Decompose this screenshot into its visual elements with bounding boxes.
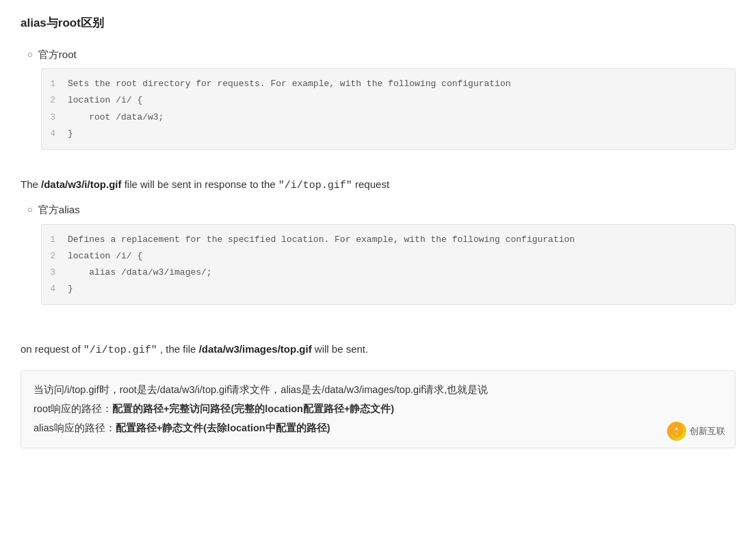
bullet-dot-alias: ○ — [27, 202, 33, 217]
alias-code-block: 1 Defines a replacement for the specifie… — [41, 224, 735, 305]
code-line-root-1: 1 Sets the root directory for requests. … — [42, 76, 735, 92]
brand-label: 创新互联 — [690, 423, 725, 439]
prose-alias-quoted1: "/i/top.gif" — [83, 345, 157, 356]
line-content-r4: } — [68, 126, 73, 141]
line-num-r2: 2 — [42, 93, 68, 108]
line-content-a3: alias /data/w3/images/; — [68, 265, 212, 280]
line-num-r4: 4 — [42, 126, 68, 141]
note-line-2-bold: 配置的路径+完整访问路径(完整的location配置路径+静态文件) — [112, 403, 394, 414]
prose-alias-bold1: /data/w3/images/top.gif — [199, 343, 312, 355]
note-line-3-bold: 配置路径+静态文件(去除location中配置的路径) — [116, 422, 330, 433]
line-content-r1: Sets the root directory for requests. Fo… — [68, 77, 511, 92]
note-line-1: 当访问/i/top.gif时，root是去/data/w3/i/top.gif请… — [34, 381, 722, 399]
root-bullet: ○ 官方root — [27, 46, 735, 64]
brand-icon — [667, 422, 686, 441]
page-title: alias与root区别 — [21, 14, 735, 33]
root-section: ○ 官方root 1 Sets the root directory for r… — [21, 46, 735, 150]
code-line-alias-3: 3 alias /data/w3/images/; — [42, 265, 735, 281]
note-line-2-prefix: root响应的路径： — [34, 403, 112, 414]
line-num-a2: 2 — [42, 249, 68, 264]
code-line-alias-2: 2 location /i/ { — [42, 248, 735, 265]
line-content-a4: } — [68, 282, 73, 297]
bullet-dot-root: ○ — [27, 47, 33, 62]
prose-root-bold1: /data/w3/i/top.gif — [41, 178, 122, 190]
svg-point-0 — [670, 425, 683, 437]
note-box: 当访问/i/top.gif时，root是去/data/w3/i/top.gif请… — [21, 370, 735, 448]
prose-alias-suffix: will be sent. — [312, 343, 369, 355]
note-line-3-prefix: alias响应的路径： — [34, 422, 116, 433]
root-code-block: 1 Sets the root directory for requests. … — [41, 68, 735, 149]
line-num-a4: 4 — [42, 282, 68, 297]
prose-root-quoted1: "/i/top.gif" — [278, 180, 352, 191]
line-num-r1: 1 — [42, 77, 68, 92]
line-content-a1: Defines a replacement for the specified … — [68, 232, 575, 247]
prose-alias-prefix: on request of — [21, 343, 83, 355]
line-content-a2: location /i/ { — [68, 249, 142, 264]
code-line-alias-4: 4 } — [42, 281, 735, 297]
prose-root: The /data/w3/i/top.gif file will be sent… — [21, 176, 735, 195]
alias-section: ○ 官方alias 1 Defines a replacement for th… — [21, 201, 735, 305]
line-num-a3: 3 — [42, 265, 68, 280]
prose-root-suffix: request — [352, 178, 389, 190]
line-num-r3: 3 — [42, 110, 68, 125]
line-content-r3: root /data/w3; — [68, 110, 164, 125]
brand-badge: 创新互联 — [667, 422, 725, 441]
code-line-alias-1: 1 Defines a replacement for the specifie… — [42, 232, 735, 248]
root-label: 官方root — [38, 46, 77, 64]
note-line-3: alias响应的路径：配置路径+静态文件(去除location中配置的路径) — [34, 419, 722, 437]
alias-label: 官方alias — [38, 201, 80, 219]
code-line-root-4: 4 } — [42, 126, 735, 142]
code-line-root-3: 3 root /data/w3; — [42, 109, 735, 126]
line-num-a1: 1 — [42, 232, 68, 247]
prose-alias: on request of "/i/top.gif" , the file /d… — [21, 340, 735, 360]
code-line-root-2: 2 location /i/ { — [42, 92, 735, 109]
prose-root-middle: file will be sent in response to the — [122, 178, 278, 190]
note-line-2: root响应的路径：配置的路径+完整访问路径(完整的location配置路径+静… — [34, 400, 722, 418]
line-content-r2: location /i/ { — [68, 93, 142, 108]
alias-bullet: ○ 官方alias — [27, 201, 735, 219]
brand-logo-svg — [670, 424, 683, 438]
prose-alias-middle: , the file — [157, 343, 199, 355]
prose-root-prefix: The — [21, 178, 41, 190]
